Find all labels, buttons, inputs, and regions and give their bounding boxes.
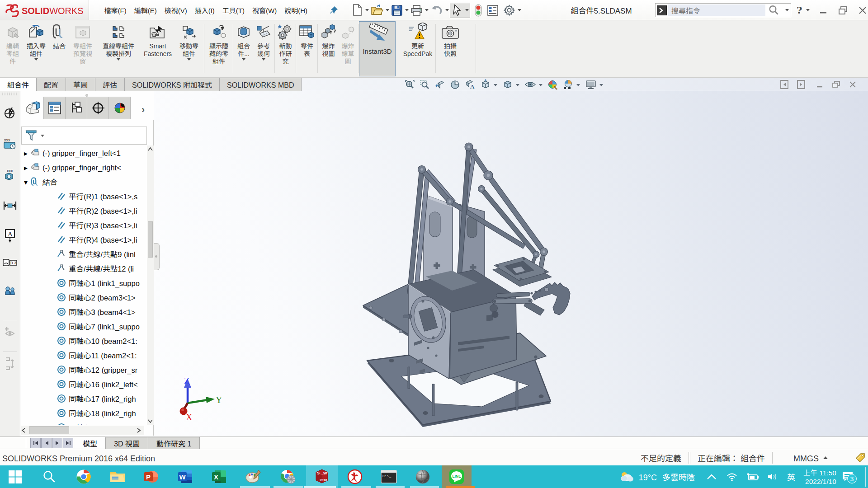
assembly-features-button[interactable]: 組合 件...	[234, 22, 253, 76]
view-tab[interactable]: 模型	[75, 437, 106, 449]
help-dropdown-caret[interactable]	[805, 2, 811, 19]
open-button[interactable]	[370, 2, 384, 19]
taskbar-excel-icon[interactable]: X	[204, 465, 234, 488]
ime-indicator[interactable]: 英	[787, 471, 795, 483]
select-dropdown-caret[interactable]	[464, 2, 470, 19]
command-tab[interactable]: 組合件	[0, 78, 37, 91]
settings-gear-button[interactable]	[502, 2, 516, 19]
tree-item[interactable]: 同軸心17 (link2_righ	[20, 391, 147, 406]
tree-item[interactable]: 重合/共線/共點9 (linl	[20, 247, 147, 261]
taskbar-line-button[interactable]: LINE	[442, 465, 472, 488]
hide-show-items-caret[interactable]	[539, 84, 542, 86]
sensor-width-icon[interactable]	[2, 199, 18, 212]
tree-horizontal-scrollbar[interactable]	[21, 426, 144, 435]
reference-geometry-caret[interactable]	[262, 58, 265, 61]
command-tab[interactable]: 評估	[95, 78, 125, 91]
settings-dropdown-caret[interactable]	[516, 2, 522, 19]
linear-pattern-caret[interactable]	[117, 58, 120, 61]
tab-configuration-manager[interactable]	[66, 97, 87, 119]
undo-button[interactable]	[429, 2, 444, 19]
taskbar-explorer-icon[interactable]	[103, 465, 132, 488]
tree-item[interactable]: 重合/共線/共點12 (li	[20, 261, 147, 276]
view-settings-icon[interactable]	[583, 78, 599, 91]
move-component-caret[interactable]	[187, 58, 191, 61]
help-button[interactable]: ?	[797, 5, 802, 16]
undo-dropdown-caret[interactable]	[444, 2, 450, 19]
close-button[interactable]	[858, 6, 867, 15]
apply-scene-icon[interactable]	[561, 78, 576, 91]
exploded-view-button[interactable]: 爆炸 視圖	[319, 22, 338, 76]
interference-detection-icon[interactable]	[3, 107, 17, 120]
dimension-display-icon[interactable]: 0.3	[2, 258, 18, 268]
mass-properties-icon[interactable]: -xxx	[3, 168, 17, 183]
pin-icon[interactable]	[329, 5, 339, 15]
restore-button[interactable]	[838, 6, 848, 15]
tree-item[interactable]: 同軸心12 (gripper_sr	[20, 362, 147, 377]
view-tab[interactable]: 3D 視圖	[106, 437, 148, 449]
filter-caret[interactable]	[41, 135, 44, 137]
doc-minimize-button[interactable]	[816, 80, 824, 89]
tab-display-manager[interactable]	[109, 97, 131, 119]
horizontal-scroll-thumb[interactable]	[29, 426, 69, 434]
weather-temp[interactable]: 19°C	[639, 471, 657, 483]
panel-expand-arrow[interactable]: ›	[142, 101, 145, 116]
taskbar-paint-icon[interactable]	[238, 465, 268, 488]
taskbar-dance-app-icon[interactable]	[340, 465, 370, 488]
apply-scene-caret[interactable]	[576, 84, 580, 86]
view-settings-caret[interactable]	[599, 84, 603, 86]
scroll-up-arrow[interactable]	[147, 145, 154, 153]
bill-of-materials-button[interactable]: 零件 表	[297, 22, 317, 76]
tree-item[interactable]: 同軸心2 (beam3<1>	[20, 290, 147, 305]
appearance-callouts-icon[interactable]	[3, 284, 17, 297]
command-tab[interactable]: SOLIDWORKS MBD	[220, 78, 302, 91]
tree-vertical-scrollbar[interactable]	[147, 145, 154, 425]
tree-item[interactable]: 同軸心18 (link2_righ	[20, 406, 147, 420]
wifi-icon[interactable]	[726, 472, 737, 481]
menu-item[interactable]: 檔案(F)	[100, 0, 130, 20]
search-input[interactable]	[668, 5, 765, 16]
save-button[interactable]	[390, 2, 404, 19]
tree-item[interactable]: ▸ (-) gripper_finger_right<	[20, 160, 147, 174]
last-tab-button[interactable]	[63, 438, 73, 448]
taskbar-word-icon[interactable]: W	[170, 465, 200, 488]
tree-item[interactable]: 平行(R)3 (base<1>,li	[20, 218, 147, 232]
menu-item[interactable]: 說明(H)	[281, 0, 311, 20]
tab-featuremanager-tree[interactable]	[22, 97, 44, 119]
print-button[interactable]	[410, 2, 424, 19]
tab-property-manager[interactable]	[44, 97, 66, 119]
tree-item[interactable]: 同軸心21 (link1_left	[20, 420, 147, 425]
taskbar-chrome-icon[interactable]	[69, 465, 99, 488]
tree-item[interactable]: 同軸心10 (beam2<1:	[20, 333, 147, 348]
view-annotations-icon[interactable]: A	[462, 78, 478, 91]
weather-icon[interactable]	[619, 470, 634, 483]
panel-splitter-handle[interactable]	[154, 243, 160, 270]
vertical-scroll-thumb[interactable]	[148, 221, 153, 258]
minimize-button[interactable]	[819, 6, 828, 15]
search-dropdown-caret[interactable]	[784, 2, 790, 19]
collapse-pane-left-icon[interactable]	[780, 80, 789, 89]
first-tab-button[interactable]	[30, 438, 41, 448]
tree-item[interactable]: 同軸心7 (link1_suppo	[20, 319, 147, 333]
previous-view-icon[interactable]	[432, 78, 448, 91]
update-holder-icon[interactable]	[3, 356, 17, 371]
display-style-caret[interactable]	[516, 84, 519, 86]
command-tab[interactable]: 草圖	[66, 78, 95, 91]
taskbar-chrome-tools-icon[interactable]	[273, 465, 303, 488]
print-dropdown-caret[interactable]	[424, 2, 429, 19]
action-center-button[interactable]: 3	[842, 471, 854, 483]
select-tool-button[interactable]	[450, 3, 470, 18]
open-dropdown-caret[interactable]	[384, 2, 390, 19]
display-style-icon[interactable]	[500, 78, 515, 91]
next-tab-button[interactable]	[52, 438, 62, 448]
collapse-pane-right-icon[interactable]	[797, 80, 806, 89]
scroll-left-arrow[interactable]	[21, 428, 28, 433]
hidden-tool-icon[interactable]	[3, 325, 17, 338]
reference-geometry-button[interactable]: 參考 幾何	[254, 22, 274, 76]
taskbar-powerpoint-icon[interactable]: P	[137, 465, 166, 488]
tree-item[interactable]: ▾ 結合	[20, 174, 147, 189]
hidden-icons-chevron[interactable]	[707, 474, 717, 480]
robot-arm-model[interactable]	[348, 124, 601, 436]
taskbar-clock[interactable]: 上午 11:50 2022/1/10	[803, 468, 836, 485]
command-tab[interactable]: SOLIDWORKS 附加程式	[125, 78, 220, 91]
menu-item[interactable]: 插入(I)	[191, 0, 218, 20]
